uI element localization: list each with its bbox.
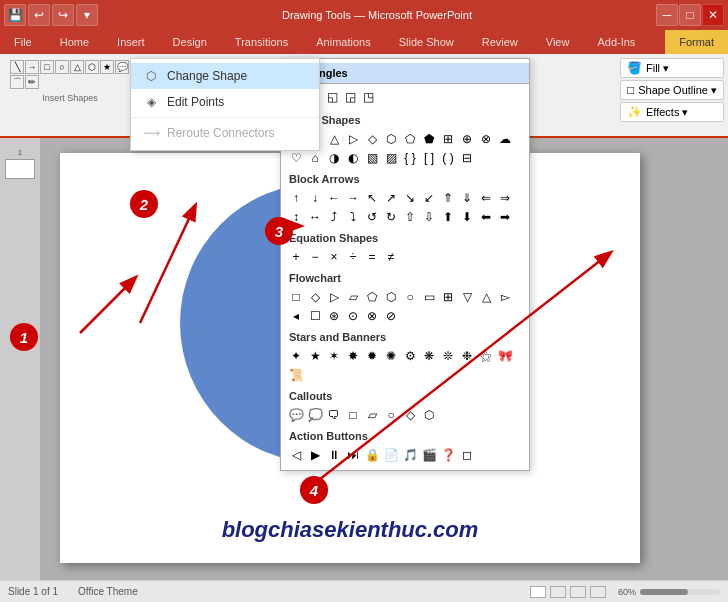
shape-item[interactable]: ☐	[306, 307, 324, 325]
tab-view[interactable]: View	[532, 30, 584, 54]
redo-btn[interactable]: ↪	[52, 4, 74, 26]
shape-item[interactable]: ⚙	[401, 347, 419, 365]
shape-item[interactable]: ↓	[306, 189, 324, 207]
shape-item[interactable]: ⊟	[458, 149, 476, 167]
shape-item[interactable]: ▽	[458, 288, 476, 306]
shape-item[interactable]: →	[344, 189, 362, 207]
shape-item[interactable]: ↖	[363, 189, 381, 207]
tab-design[interactable]: Design	[159, 30, 221, 54]
customize-btn[interactable]: ▾	[76, 4, 98, 26]
slide-thumbnail[interactable]	[5, 159, 35, 179]
shape-item[interactable]: ☁	[496, 130, 514, 148]
shape-item[interactable]: ▻	[496, 288, 514, 306]
shape-item[interactable]: ✺	[382, 347, 400, 365]
shape-item[interactable]: ⊞	[439, 288, 457, 306]
shape-item[interactable]: ⊕	[458, 130, 476, 148]
tab-slideshow[interactable]: Slide Show	[385, 30, 468, 54]
shape-item[interactable]: ▨	[382, 149, 400, 167]
shape-item[interactable]: ◇	[306, 288, 324, 306]
shape-item[interactable]: ▱	[344, 288, 362, 306]
shape-callout[interactable]: 💬	[115, 60, 129, 74]
shape-item[interactable]: ▷	[325, 288, 343, 306]
shape-item[interactable]: ◑	[325, 149, 343, 167]
shape-item[interactable]: ○	[382, 406, 400, 424]
shape-item[interactable]: 💬	[287, 406, 305, 424]
shape-item[interactable]: ⬟	[420, 130, 438, 148]
shape-item[interactable]: ×	[325, 248, 343, 266]
shape-item[interactable]: ( )	[439, 149, 457, 167]
round-snip[interactable]: ◳	[359, 88, 377, 106]
shape-item[interactable]: △	[325, 130, 343, 148]
shape-item[interactable]: ▱	[363, 406, 381, 424]
tab-format[interactable]: Format	[665, 30, 728, 54]
shape-item[interactable]: ◇	[401, 406, 419, 424]
shape-item[interactable]: ⇑	[439, 189, 457, 207]
reading-view-btn[interactable]	[570, 586, 586, 598]
snip2-rect[interactable]: ◲	[341, 88, 359, 106]
shape-item[interactable]: ◐	[344, 149, 362, 167]
shape-item[interactable]: ↘	[401, 189, 419, 207]
shape-item[interactable]: ⇐	[477, 189, 495, 207]
shape-item[interactable]: ⬡	[382, 288, 400, 306]
shape-item[interactable]: ⬆	[439, 208, 457, 226]
shape-item[interactable]: ↔	[306, 208, 324, 226]
shape-item[interactable]: 💭	[306, 406, 324, 424]
shape-tri[interactable]: △	[70, 60, 84, 74]
shape-item[interactable]: ❊	[439, 347, 457, 365]
tab-review[interactable]: Review	[468, 30, 532, 54]
shape-item[interactable]: ⊞	[439, 130, 457, 148]
shape-item[interactable]: 🗨	[325, 406, 343, 424]
shape-circle[interactable]: ○	[55, 60, 69, 74]
normal-view-btn[interactable]	[530, 586, 546, 598]
maximize-btn[interactable]: □	[679, 4, 701, 26]
save-btn[interactable]: 💾	[4, 4, 26, 26]
shape-item[interactable]: ◁	[287, 446, 305, 464]
shape-item[interactable]: □	[344, 406, 362, 424]
shape-item[interactable]: ⏸	[325, 446, 343, 464]
shape-item[interactable]: ▭	[420, 288, 438, 306]
shape-item[interactable]: ❓	[439, 446, 457, 464]
undo-btn[interactable]: ↩	[28, 4, 50, 26]
shape-item[interactable]: ≠	[382, 248, 400, 266]
shape-item[interactable]: □	[287, 288, 305, 306]
zoom-slider[interactable]	[640, 589, 720, 595]
shape-item[interactable]: ↺	[363, 208, 381, 226]
shape-item[interactable]: △	[477, 288, 495, 306]
shape-arrow[interactable]: →	[25, 60, 39, 74]
shape-item[interactable]: ⇒	[496, 189, 514, 207]
shape-item[interactable]: ⌂	[306, 149, 324, 167]
shape-item[interactable]: ✸	[344, 347, 362, 365]
shape-fill-btn[interactable]: 🪣 Fill ▾	[620, 58, 724, 78]
shape-item[interactable]: ◻	[458, 446, 476, 464]
shape-item[interactable]: ÷	[344, 248, 362, 266]
tab-home[interactable]: Home	[46, 30, 103, 54]
shape-item[interactable]: ❋	[420, 347, 438, 365]
shape-freeform[interactable]: ✏	[25, 75, 39, 89]
shape-item[interactable]: ⊗	[477, 130, 495, 148]
shape-item[interactable]: 🔒	[363, 446, 381, 464]
shape-item[interactable]: ❉	[458, 347, 476, 365]
shape-item[interactable]: 📄	[382, 446, 400, 464]
shape-item[interactable]: ⇩	[420, 208, 438, 226]
shape-item[interactable]: =	[363, 248, 381, 266]
shape-line[interactable]: ╲	[10, 60, 24, 74]
shape-outline-btn[interactable]: □ Shape Outline ▾	[620, 80, 724, 100]
shape-item[interactable]: [ ]	[420, 149, 438, 167]
tab-transitions[interactable]: Transitions	[221, 30, 302, 54]
change-shape-item[interactable]: ⬡ Change Shape	[131, 63, 319, 89]
shape-item[interactable]: ←	[325, 189, 343, 207]
minimize-btn[interactable]: ─	[656, 4, 678, 26]
tab-insert[interactable]: Insert	[103, 30, 159, 54]
shape-curve[interactable]: ⌒	[10, 75, 24, 89]
shape-item[interactable]: ⤴	[325, 208, 343, 226]
shape-item[interactable]: ⊛	[325, 307, 343, 325]
shape-item[interactable]: ✹	[363, 347, 381, 365]
shape-item[interactable]: −	[306, 248, 324, 266]
shape-item[interactable]: ⊗	[363, 307, 381, 325]
shape-item[interactable]: ⬅	[477, 208, 495, 226]
shape-item[interactable]: 🎬	[420, 446, 438, 464]
shape-item[interactable]: ⊙	[344, 307, 362, 325]
shape-item[interactable]: 📜	[287, 366, 305, 384]
shape-item[interactable]: ▧	[363, 149, 381, 167]
tab-animations[interactable]: Animations	[302, 30, 384, 54]
